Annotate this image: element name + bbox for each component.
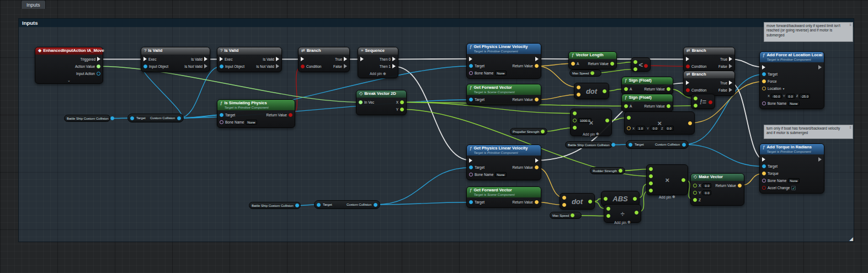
y-pin[interactable] — [400, 108, 404, 111]
is-valid-pin[interactable] — [276, 57, 279, 61]
node-branch-1[interactable]: ⇄BranchConditionTrueFalse — [298, 47, 350, 72]
exec-in-pin[interactable] — [762, 65, 765, 69]
axis-value-box[interactable]: 0.0 — [651, 126, 659, 131]
node-add-torque-in-radians[interactable]: ƒAdd Torque in RadiansTarget is Primitiv… — [759, 143, 824, 194]
a-pin[interactable] — [562, 196, 566, 200]
a-pin[interactable] — [571, 62, 575, 66]
then0-pin[interactable] — [392, 57, 396, 61]
node-sign-float-2[interactable]: ƒSign (Float)AReturn Value — [621, 94, 673, 112]
bone-pin[interactable] — [469, 71, 473, 75]
out-pin[interactable] — [644, 64, 648, 68]
x-pin[interactable] — [400, 100, 404, 104]
node-max-speed-pill-2[interactable]: Max Speed — [550, 212, 582, 219]
axis-value-box[interactable]: -50.0 — [771, 94, 782, 99]
force-pin[interactable] — [762, 79, 766, 83]
true-pin[interactable] — [729, 81, 732, 85]
input-object-pin[interactable] — [220, 65, 223, 68]
add-pin-button[interactable]: Add pin⊕ — [604, 220, 641, 226]
a-pin[interactable] — [624, 87, 628, 91]
exec-out-pin[interactable] — [535, 57, 539, 61]
node-bscc-pill-3[interactable]: Battle Ship Custom Collision — [249, 202, 301, 209]
input-action-pin[interactable] — [97, 72, 100, 76]
target-pin[interactable] — [130, 116, 134, 120]
bone-pin[interactable] — [220, 120, 223, 124]
axis-value-box[interactable]: 0.0 — [786, 94, 795, 99]
node-multiply-vector[interactable]: ×X1.0Y0.0Z0.0 — [624, 111, 695, 135]
out-pin[interactable] — [177, 116, 181, 120]
z-pin[interactable] — [693, 198, 697, 202]
exec-pin[interactable] — [686, 81, 689, 85]
node-ia-move[interactable]: ◆EnhancedInputAction IA_MoveTriggeredAct… — [35, 47, 103, 84]
axis-value-box[interactable]: 0.0 — [665, 126, 674, 131]
out-pin[interactable] — [619, 169, 622, 173]
node-not-equal[interactable]: != — [691, 94, 715, 109]
is-valid-pin[interactable] — [204, 57, 207, 61]
out-pin[interactable] — [571, 213, 574, 217]
b-pin[interactable] — [649, 174, 653, 178]
value-box[interactable]: 0.0 — [702, 190, 711, 195]
is-not-valid-pin[interactable] — [276, 64, 279, 68]
node-bscc-pill-2[interactable]: Battle Ship Custom Collision — [565, 141, 613, 148]
exec-pin[interactable] — [360, 57, 364, 61]
out-pin[interactable] — [709, 100, 712, 104]
accel-change-checkbox[interactable]: ✓ — [791, 186, 796, 190]
out-pin[interactable] — [605, 119, 609, 122]
axis-value-box[interactable]: 1.0 — [636, 126, 645, 131]
graph-tab-inputs[interactable]: Inputs — [21, 0, 46, 9]
comment-resize-handle-icon[interactable]: ◢ — [849, 237, 853, 242]
target-pin[interactable] — [469, 165, 473, 169]
out-pin[interactable] — [110, 116, 114, 120]
node-get-physics-linear-velocity-1[interactable]: ƒGet Physics Linear VelocityTarget is Pr… — [466, 43, 541, 79]
exec-pin[interactable] — [143, 57, 147, 61]
return-pin[interactable] — [667, 87, 670, 91]
out-pin[interactable] — [681, 178, 685, 182]
a-pin[interactable] — [694, 97, 697, 100]
false-pin[interactable] — [344, 64, 347, 68]
target-pin[interactable] — [317, 203, 321, 207]
out-pin[interactable] — [611, 143, 615, 147]
a-pin[interactable] — [649, 167, 653, 171]
node-bscc-pill-1[interactable]: Battle Ship Custom Collision — [64, 115, 110, 122]
false-pin[interactable] — [729, 88, 732, 92]
node-sequence[interactable]: »SequenceThen 0Then 1Add pin⊕ — [358, 47, 398, 78]
out-pin[interactable] — [633, 197, 637, 201]
node-is-valid-2[interactable]: ?Is ValidExecInput ObjectIs ValidIs Not … — [217, 47, 282, 72]
node-add-force-at-location-local[interactable]: ƒAdd Force at Location LocalTarget is Pr… — [759, 51, 824, 109]
node-get-custom-collision-1[interactable]: TargetCustom Collision — [127, 114, 184, 122]
target-pin[interactable] — [762, 72, 766, 76]
target-pin[interactable] — [629, 143, 632, 147]
comment-title[interactable]: Inputs — [19, 19, 854, 27]
node-propeller-strength-pill[interactable]: Propeller Strength — [510, 128, 547, 135]
a-pin[interactable] — [633, 60, 637, 64]
target-pin[interactable] — [469, 64, 473, 68]
exec-out-pin[interactable] — [818, 157, 822, 162]
out-pin[interactable] — [588, 200, 592, 204]
return-pin[interactable] — [738, 184, 742, 188]
condition-pin[interactable] — [686, 65, 690, 68]
accel-pin[interactable] — [762, 186, 766, 190]
node-max-speed-pill-1[interactable]: Max Speed — [569, 69, 601, 77]
b-pin[interactable] — [606, 214, 610, 218]
return-pin[interactable] — [535, 64, 539, 68]
comment-bubble[interactable]: turn only if boat has forward/backward v… — [764, 125, 853, 139]
b-pin[interactable] — [577, 93, 581, 97]
x-pin[interactable] — [693, 184, 697, 188]
node-vector-length[interactable]: ƒVector LengthAReturn Value — [568, 51, 617, 69]
return-pin[interactable] — [535, 200, 539, 204]
out-pin[interactable] — [374, 203, 377, 207]
exec-pin[interactable] — [220, 57, 223, 61]
input-object-pin[interactable] — [143, 65, 147, 68]
add-pin-button[interactable]: Add pin⊕ — [571, 132, 611, 138]
a-pin[interactable] — [624, 104, 628, 108]
is-not-valid-pin[interactable] — [204, 64, 207, 68]
true-pin[interactable] — [344, 57, 347, 61]
exec-in-pin[interactable] — [762, 157, 765, 162]
node-make-vector[interactable]: ◇Make VectorX0.0Y0.0ZReturn Value — [690, 173, 744, 206]
a-pin[interactable] — [604, 197, 608, 201]
exec-pin[interactable] — [686, 57, 689, 61]
node-is-valid-1[interactable]: ?Is ValidExecInput ObjectIs ValidIs Not … — [141, 47, 210, 72]
node-get-forward-vector-2[interactable]: ƒGet Forward VectorTarget is Scene Compo… — [466, 186, 541, 208]
comment-bubble[interactable]: move forward/backward only if speed limi… — [764, 22, 853, 42]
torque-pin[interactable] — [762, 172, 766, 175]
exec-out-pin[interactable] — [818, 65, 822, 69]
